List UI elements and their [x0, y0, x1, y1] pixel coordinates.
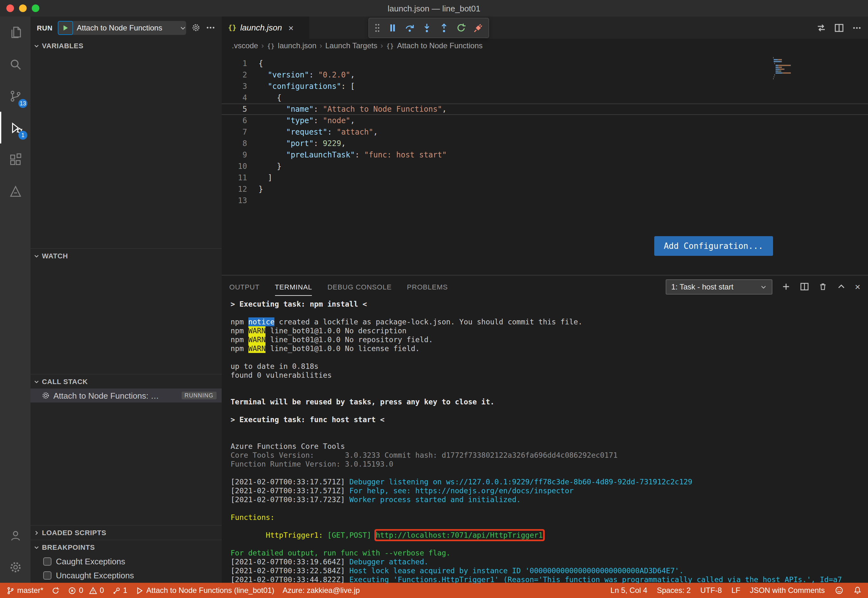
- code-line[interactable]: 11 ]: [222, 172, 868, 184]
- code-line[interactable]: 3 "configurations": [: [222, 81, 868, 92]
- running-tasks-icon: [112, 586, 120, 595]
- run-and-debug-icon[interactable]: 1: [0, 112, 30, 144]
- breadcrumb-item[interactable]: launch.json: [278, 41, 316, 50]
- errors-warnings-item[interactable]: 0 0: [68, 586, 104, 595]
- variables-section-header[interactable]: VARIABLES: [30, 39, 222, 53]
- json-file-icon: {}: [228, 24, 237, 32]
- chevron-down-icon: [33, 544, 40, 551]
- notifications-bell-icon[interactable]: [853, 586, 862, 595]
- step-into-button[interactable]: [422, 23, 432, 33]
- step-over-button[interactable]: [405, 23, 415, 33]
- extensions-icon[interactable]: [0, 144, 30, 175]
- split-editor-icon[interactable]: [834, 22, 844, 33]
- close-tab-icon[interactable]: ×: [288, 22, 294, 33]
- launch-config-dropdown[interactable]: Attach to Node Functions: [57, 21, 186, 34]
- git-branch-item[interactable]: master*: [6, 586, 43, 595]
- step-out-button[interactable]: [439, 23, 449, 33]
- terminal-output[interactable]: > Executing task: npm install < npm noti…: [222, 298, 868, 583]
- terminal-instance-label: 1: Task - host start: [671, 282, 733, 291]
- watch-section-header[interactable]: WATCH: [30, 249, 222, 263]
- terminal-line: [231, 522, 868, 531]
- search-icon[interactable]: [0, 48, 30, 80]
- more-actions-icon[interactable]: [852, 22, 862, 33]
- terminal-line: Azure Functions Core Tools: [231, 442, 868, 451]
- code-line[interactable]: 10 }: [222, 161, 868, 172]
- call-stack-section-header[interactable]: CALL STACK: [30, 375, 222, 389]
- azure-icon[interactable]: [0, 175, 30, 207]
- restart-button[interactable]: [456, 23, 466, 33]
- minimize-window-button[interactable]: [19, 4, 27, 12]
- language-mode-item[interactable]: JSON with Comments: [750, 586, 825, 595]
- editor-group: {} launch.json ×: [222, 16, 868, 583]
- code-editor[interactable]: 1{2 "version": "0.2.0",3 "configurations…: [222, 53, 868, 275]
- sync-changes-icon[interactable]: [52, 586, 60, 595]
- code-line[interactable]: 1{: [222, 58, 868, 69]
- debug-session-icon: [136, 586, 144, 595]
- code-line[interactable]: 13: [222, 195, 868, 206]
- running-tasks-item[interactable]: 1: [112, 586, 127, 595]
- breadcrumb-item[interactable]: Launch Targets: [325, 41, 377, 50]
- line-number: 7: [222, 126, 259, 138]
- accounts-icon[interactable]: [0, 519, 30, 551]
- settings-gear-icon[interactable]: [0, 551, 30, 583]
- terminal-line: Functions:: [231, 513, 868, 522]
- new-terminal-icon[interactable]: [781, 282, 790, 292]
- code-line[interactable]: 9 "preLaunchTask": "func: host start": [222, 149, 868, 161]
- debug-settings-gear-icon[interactable]: [191, 23, 201, 32]
- more-actions-icon[interactable]: [206, 23, 215, 32]
- disconnect-button[interactable]: [473, 23, 483, 33]
- tab-problems[interactable]: PROBLEMS: [407, 277, 448, 296]
- zoom-window-button[interactable]: [32, 4, 39, 12]
- add-configuration-button[interactable]: Add Configuration...: [654, 236, 773, 256]
- feedback-smiley-icon[interactable]: [834, 586, 843, 595]
- uncaught-exceptions-checkbox[interactable]: [43, 571, 51, 579]
- breakpoints-section-header[interactable]: BREAKPOINTS: [30, 540, 222, 554]
- tab-output[interactable]: OUTPUT: [229, 277, 259, 296]
- close-panel-icon[interactable]: ×: [855, 281, 861, 292]
- code-line[interactable]: 5 "name": "Attach to Node Functions",: [222, 103, 868, 115]
- source-control-badge: 13: [18, 99, 27, 108]
- azure-account-item[interactable]: Azure: zakkiea@live.jp: [283, 586, 360, 595]
- drag-handle-icon[interactable]: [374, 23, 381, 33]
- code-line[interactable]: 2 "version": "0.2.0",: [222, 69, 868, 81]
- breakpoint-row[interactable]: Uncaught Exceptions: [30, 568, 222, 582]
- terminal-instance-dropdown[interactable]: 1: Task - host start: [666, 279, 772, 294]
- tab-launch-json[interactable]: {} launch.json ×: [222, 16, 309, 39]
- terminal-line: [2021-02-07T00:33:17.723Z] Worker proces…: [231, 495, 868, 504]
- debug-session-label: Attach to Node Functions (line_bot01): [146, 586, 274, 595]
- tab-debug-console[interactable]: DEBUG CONSOLE: [327, 277, 391, 296]
- minimap[interactable]: [773, 57, 812, 82]
- highlighted-function-url[interactable]: http://localhost:7071/api/HttpTrigger1: [376, 531, 543, 540]
- call-stack-session-row[interactable]: Attach to Node Functions: … RUNNING: [30, 389, 222, 402]
- tab-terminal[interactable]: TERMINAL: [275, 277, 312, 296]
- breakpoint-row[interactable]: Caught Exceptions: [30, 554, 222, 568]
- code-line[interactable]: 12}: [222, 184, 868, 195]
- indentation-item[interactable]: Spaces: 2: [657, 586, 691, 595]
- compare-changes-icon[interactable]: [816, 22, 826, 33]
- breadcrumb-item[interactable]: Attach to Node Functions: [397, 41, 483, 50]
- pause-button[interactable]: [387, 23, 398, 33]
- maximize-panel-icon[interactable]: [836, 282, 846, 292]
- terminal-line: [231, 468, 868, 477]
- encoding-item[interactable]: UTF-8: [700, 586, 722, 595]
- eol-item[interactable]: LF: [732, 586, 740, 595]
- code-line[interactable]: 8 "port": 9229,: [222, 138, 868, 149]
- variables-section: VARIABLES: [30, 39, 222, 248]
- explorer-icon[interactable]: [0, 16, 30, 48]
- split-terminal-icon[interactable]: [799, 282, 809, 292]
- run-debug-sidebar: RUN Attach to Node Functions VARIABLES: [30, 16, 222, 583]
- caught-exceptions-checkbox[interactable]: [43, 557, 51, 565]
- code-line[interactable]: 6 "type": "node",: [222, 115, 868, 126]
- line-number: 3: [222, 81, 259, 92]
- kill-terminal-trash-icon[interactable]: [818, 282, 828, 292]
- debug-session-item[interactable]: Attach to Node Functions (line_bot01): [136, 586, 274, 595]
- start-debugging-icon[interactable]: [57, 21, 73, 34]
- code-line[interactable]: 4 {: [222, 92, 868, 103]
- close-window-button[interactable]: [6, 4, 14, 12]
- cursor-position-item[interactable]: Ln 5, Col 4: [610, 586, 647, 595]
- loaded-scripts-section-header[interactable]: LOADED SCRIPTS: [30, 526, 222, 540]
- breadcrumb-item[interactable]: .vscode: [232, 41, 258, 50]
- code-line[interactable]: 7 "request": "attach",: [222, 126, 868, 138]
- source-control-icon[interactable]: 13: [0, 80, 30, 112]
- panel-actions: 1: Task - host start ×: [666, 279, 861, 294]
